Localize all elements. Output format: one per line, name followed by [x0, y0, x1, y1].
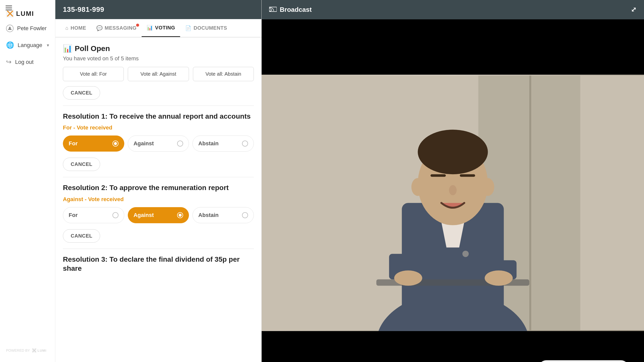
sidebar-footer: POWERED BY LUMI	[0, 344, 55, 357]
sidebar-user-name: Pete Fowler	[17, 25, 47, 32]
messaging-badge	[136, 24, 139, 27]
resolution-1-against-button[interactable]: Against	[128, 135, 189, 152]
tab-bar: ⌂ HOME 💬 MESSAGING 📊 VOTING 📄 DOCUMENTS	[55, 19, 261, 37]
video-person-area	[262, 75, 644, 331]
resolution-2: Resolution 2: To approve the remuneratio…	[63, 183, 254, 242]
vote-all-row: Vote all: For Vote all: Against Vote all…	[63, 67, 254, 81]
vote-all-for-button[interactable]: Vote all: For	[63, 67, 124, 81]
broadcast-video: 🎤 REQUEST TO SPEAK	[262, 19, 644, 362]
cast-icon	[269, 6, 277, 14]
svg-text:LUMI: LUMI	[37, 349, 47, 352]
svg-point-17	[418, 130, 488, 174]
broadcast-header: Broadcast ⤢	[262, 0, 644, 19]
sidebar: LUMI Pete Fowler 🌐 Language ▾ ↪ Log out …	[0, 0, 55, 362]
resolution-2-for-button[interactable]: For	[63, 207, 124, 223]
resolution-1-options: For Against Abstain	[63, 135, 254, 152]
sidebar-logout-label: Log out	[15, 59, 33, 65]
footer-lumi-logo-icon: LUMI	[32, 348, 47, 353]
video-top-black	[262, 19, 644, 75]
resolution-1-against-label: Against	[134, 140, 154, 147]
resolution-3: Resolution 3: To declare the final divid…	[63, 255, 254, 273]
svg-point-27	[394, 270, 422, 286]
lumi-logo-icon	[6, 10, 14, 18]
svg-rect-20	[430, 174, 446, 177]
vote-all-against-button[interactable]: Vote all: Against	[128, 67, 189, 81]
resolution-2-title: Resolution 2: To approve the remuneratio…	[63, 183, 254, 192]
resolution-1-status: For - Vote received	[63, 124, 254, 131]
sidebar-logo-text: LUMI	[16, 10, 34, 18]
home-icon: ⌂	[65, 25, 69, 31]
broadcast-panel: Broadcast ⤢	[262, 0, 644, 362]
resolution-3-title: Resolution 3: To declare the final divid…	[63, 255, 254, 273]
broadcast-title: Broadcast	[280, 6, 312, 14]
speaker-figure	[262, 75, 644, 331]
svg-rect-12	[529, 75, 531, 330]
resolution-1-abstain-radio	[242, 141, 248, 147]
sidebar-item-language[interactable]: 🌐 Language ▾	[0, 37, 55, 54]
resolution-2-abstain-button[interactable]: Abstain	[192, 207, 254, 223]
broadcast-header-left: Broadcast	[269, 6, 312, 14]
poll-cancel-button[interactable]: CANCEL	[63, 86, 100, 100]
resolution-1-cancel-button[interactable]: CANCEL	[63, 158, 100, 171]
logout-icon: ↪	[6, 58, 12, 66]
documents-icon: 📄	[185, 25, 192, 31]
tab-home[interactable]: ⌂ HOME	[60, 19, 91, 37]
panel-header: 135-981-999	[55, 0, 261, 19]
sidebar-language-label: Language	[18, 42, 42, 49]
poll-open-title: Poll Open	[75, 44, 110, 53]
expand-icon[interactable]: ⤢	[631, 6, 636, 14]
resolution-2-against-radio	[177, 212, 183, 218]
svg-point-23	[462, 251, 469, 257]
resolution-2-against-button[interactable]: Against	[128, 207, 189, 223]
resolution-1-against-radio	[177, 141, 183, 147]
svg-point-22	[449, 185, 457, 195]
resolution-1-title: Resolution 1: To receive the annual repo…	[63, 112, 254, 121]
resolution-2-for-label: For	[69, 212, 77, 218]
main-content: 135-981-999 ⌂ HOME 💬 MESSAGING 📊 VOTING …	[55, 0, 644, 362]
tab-voting[interactable]: 📊 VOTING	[142, 19, 180, 37]
svg-point-9	[270, 11, 271, 12]
svg-point-18	[411, 178, 424, 196]
resolution-2-cancel-button[interactable]: CANCEL	[63, 229, 100, 243]
hamburger-menu[interactable]	[6, 6, 12, 10]
video-bottom-black	[262, 331, 644, 362]
vote-all-abstain-button[interactable]: Vote all: Abstain	[193, 67, 254, 81]
poll-chart-icon: 📊	[63, 44, 72, 53]
powered-by-text: POWERED BY	[6, 348, 30, 352]
request-to-speak-button[interactable]: 🎤 REQUEST TO SPEAK	[538, 360, 629, 362]
svg-rect-21	[460, 174, 475, 177]
tab-messaging[interactable]: 💬 MESSAGING	[91, 19, 142, 37]
resolution-2-status: Against - Vote received	[63, 196, 254, 203]
resolution-2-against-label: Against	[134, 212, 154, 218]
voting-panel: 135-981-999 ⌂ HOME 💬 MESSAGING 📊 VOTING …	[55, 0, 262, 362]
tab-documents[interactable]: 📄 DOCUMENTS	[180, 19, 232, 37]
header-id: 135-981-999	[63, 6, 104, 13]
svg-point-19	[481, 178, 494, 196]
resolution-1-for-button[interactable]: For	[63, 135, 124, 152]
resolution-1: Resolution 1: To receive the annual repo…	[63, 112, 254, 171]
user-icon	[6, 25, 14, 32]
messaging-icon: 💬	[96, 25, 103, 31]
voting-content: 📊 Poll Open You have voted on 5 of 5 ite…	[55, 37, 261, 362]
sidebar-item-user[interactable]: Pete Fowler	[0, 20, 55, 37]
svg-point-28	[485, 270, 513, 286]
sidebar-navigation: Pete Fowler 🌐 Language ▾ ↪ Log out	[0, 20, 55, 344]
resolution-1-abstain-label: Abstain	[198, 140, 219, 147]
globe-icon: 🌐	[6, 41, 14, 49]
voting-icon: 📊	[147, 25, 153, 31]
sidebar-item-logout[interactable]: ↪ Log out	[0, 54, 55, 70]
voted-count: You have voted on 5 of 5 items	[63, 55, 254, 62]
resolution-1-for-label: For	[69, 140, 77, 147]
resolution-1-abstain-button[interactable]: Abstain	[192, 135, 254, 152]
resolution-2-abstain-label: Abstain	[198, 212, 219, 218]
resolution-2-options: For Against Abstain	[63, 207, 254, 223]
resolution-2-for-radio	[112, 212, 118, 218]
resolution-1-for-radio	[112, 141, 118, 147]
chevron-down-icon: ▾	[47, 42, 49, 48]
poll-open-section: 📊 Poll Open	[63, 37, 254, 55]
resolution-2-abstain-radio	[242, 212, 248, 218]
